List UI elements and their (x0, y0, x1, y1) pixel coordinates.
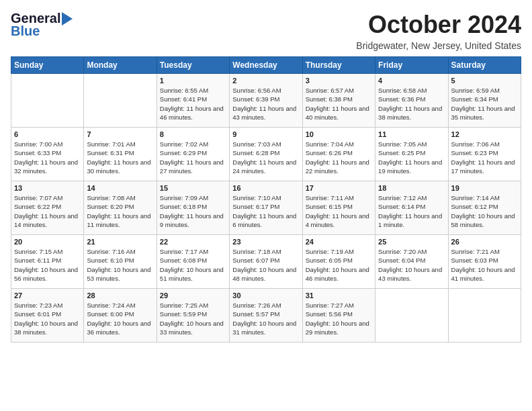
day-number: 1 (160, 77, 226, 85)
day-info: Sunrise: 6:55 AMSunset: 6:41 PMDaylight:… (160, 86, 226, 122)
calendar-cell: 18Sunrise: 7:12 AMSunset: 6:14 PMDayligh… (375, 181, 448, 235)
day-number: 5 (451, 77, 518, 85)
calendar-cell: 14Sunrise: 7:08 AMSunset: 6:20 PMDayligh… (84, 181, 157, 235)
calendar-cell: 5Sunrise: 6:59 AMSunset: 6:34 PMDaylight… (448, 74, 521, 128)
calendar-cell: 16Sunrise: 7:10 AMSunset: 6:17 PMDayligh… (230, 181, 302, 235)
day-info: Sunrise: 7:16 AMSunset: 6:10 PMDaylight:… (87, 247, 153, 283)
day-number: 21 (87, 238, 153, 246)
day-number: 15 (160, 184, 226, 192)
weekday-header: Thursday (302, 57, 375, 74)
calendar-week-row: 13Sunrise: 7:07 AMSunset: 6:22 PMDayligh… (11, 181, 521, 235)
day-number: 20 (14, 238, 81, 246)
day-info: Sunrise: 6:58 AMSunset: 6:36 PMDaylight:… (378, 86, 445, 122)
day-info: Sunrise: 7:06 AMSunset: 6:23 PMDaylight:… (451, 140, 518, 175)
day-info: Sunrise: 7:09 AMSunset: 6:18 PMDaylight:… (160, 193, 226, 229)
day-info: Sunrise: 7:08 AMSunset: 6:20 PMDaylight:… (87, 193, 153, 229)
calendar-week-row: 1Sunrise: 6:55 AMSunset: 6:41 PMDaylight… (11, 74, 521, 128)
day-info: Sunrise: 7:15 AMSunset: 6:11 PMDaylight:… (14, 247, 81, 283)
weekday-header: Monday (84, 57, 157, 74)
calendar-table: SundayMondayTuesdayWednesdayThursdayFrid… (11, 56, 521, 342)
day-number: 27 (14, 291, 81, 300)
day-number: 11 (378, 130, 445, 138)
calendar-cell: 24Sunrise: 7:19 AMSunset: 6:05 PMDayligh… (302, 235, 375, 289)
calendar-cell: 2Sunrise: 6:56 AMSunset: 6:39 PMDaylight… (230, 74, 302, 128)
day-number: 28 (87, 291, 153, 300)
calendar-cell: 31Sunrise: 7:27 AMSunset: 5:56 PMDayligh… (302, 289, 375, 342)
day-number: 10 (306, 130, 372, 138)
day-info: Sunrise: 7:18 AMSunset: 6:07 PMDaylight:… (232, 247, 299, 283)
day-info: Sunrise: 6:59 AMSunset: 6:34 PMDaylight:… (451, 86, 518, 122)
calendar-cell: 23Sunrise: 7:18 AMSunset: 6:07 PMDayligh… (230, 235, 302, 289)
day-number: 29 (160, 291, 226, 300)
day-number: 6 (14, 130, 81, 138)
day-number: 23 (232, 238, 299, 246)
calendar-cell: 21Sunrise: 7:16 AMSunset: 6:10 PMDayligh… (84, 235, 157, 289)
calendar-week-row: 27Sunrise: 7:23 AMSunset: 6:01 PMDayligh… (11, 289, 521, 342)
calendar-cell: 10Sunrise: 7:04 AMSunset: 6:26 PMDayligh… (302, 128, 375, 181)
day-info: Sunrise: 7:23 AMSunset: 6:01 PMDaylight:… (14, 301, 81, 336)
weekday-header: Friday (375, 57, 448, 74)
day-info: Sunrise: 7:27 AMSunset: 5:56 PMDaylight:… (306, 301, 372, 336)
weekday-header: Sunday (11, 57, 84, 74)
day-number: 17 (306, 184, 372, 192)
calendar-cell: 4Sunrise: 6:58 AMSunset: 6:36 PMDaylight… (375, 74, 448, 128)
calendar-cell: 26Sunrise: 7:21 AMSunset: 6:03 PMDayligh… (448, 235, 521, 289)
day-number: 7 (87, 130, 153, 138)
day-number: 26 (451, 238, 518, 246)
day-number: 3 (306, 77, 372, 85)
day-number: 22 (160, 238, 226, 246)
day-info: Sunrise: 7:10 AMSunset: 6:17 PMDaylight:… (232, 193, 299, 229)
weekday-header: Tuesday (157, 57, 229, 74)
day-info: Sunrise: 7:12 AMSunset: 6:14 PMDaylight:… (378, 193, 445, 229)
day-info: Sunrise: 7:05 AMSunset: 6:25 PMDaylight:… (378, 140, 445, 175)
day-number: 24 (306, 238, 372, 246)
calendar-cell: 30Sunrise: 7:26 AMSunset: 5:57 PMDayligh… (230, 289, 302, 342)
calendar-week-row: 20Sunrise: 7:15 AMSunset: 6:11 PMDayligh… (11, 235, 521, 289)
calendar-cell: 19Sunrise: 7:14 AMSunset: 6:12 PMDayligh… (448, 181, 521, 235)
calendar-cell: 7Sunrise: 7:01 AMSunset: 6:31 PMDaylight… (84, 128, 157, 181)
day-info: Sunrise: 7:03 AMSunset: 6:28 PMDaylight:… (232, 140, 299, 175)
day-info: Sunrise: 7:11 AMSunset: 6:15 PMDaylight:… (306, 193, 372, 229)
day-info: Sunrise: 7:26 AMSunset: 5:57 PMDaylight:… (232, 301, 299, 336)
day-number: 12 (451, 130, 518, 138)
day-info: Sunrise: 7:21 AMSunset: 6:03 PMDaylight:… (451, 247, 518, 283)
day-info: Sunrise: 7:04 AMSunset: 6:26 PMDaylight:… (306, 140, 372, 175)
day-info: Sunrise: 7:07 AMSunset: 6:22 PMDaylight:… (14, 193, 81, 229)
calendar-cell (11, 74, 84, 128)
calendar-cell: 17Sunrise: 7:11 AMSunset: 6:15 PMDayligh… (302, 181, 375, 235)
title-area: October 2024 Bridgewater, New Jersey, Un… (356, 11, 521, 51)
day-info: Sunrise: 7:25 AMSunset: 5:59 PMDaylight:… (160, 301, 226, 336)
calendar-cell: 28Sunrise: 7:24 AMSunset: 6:00 PMDayligh… (84, 289, 157, 342)
calendar-cell (448, 289, 521, 342)
day-number: 25 (378, 238, 445, 246)
day-info: Sunrise: 7:00 AMSunset: 6:33 PMDaylight:… (14, 140, 81, 175)
day-info: Sunrise: 7:14 AMSunset: 6:12 PMDaylight:… (451, 193, 518, 229)
calendar-cell: 12Sunrise: 7:06 AMSunset: 6:23 PMDayligh… (448, 128, 521, 181)
calendar-cell: 29Sunrise: 7:25 AMSunset: 5:59 PMDayligh… (157, 289, 229, 342)
day-number: 16 (232, 184, 299, 192)
calendar-cell: 25Sunrise: 7:20 AMSunset: 6:04 PMDayligh… (375, 235, 448, 289)
calendar-cell (84, 74, 157, 128)
weekday-header: Saturday (448, 57, 521, 74)
day-info: Sunrise: 7:02 AMSunset: 6:29 PMDaylight:… (160, 140, 226, 175)
logo: General Blue (11, 11, 73, 39)
day-info: Sunrise: 6:57 AMSunset: 6:38 PMDaylight:… (306, 86, 372, 122)
calendar-cell: 8Sunrise: 7:02 AMSunset: 6:29 PMDaylight… (157, 128, 229, 181)
logo-arrow-icon (62, 12, 73, 26)
location-title: Bridgewater, New Jersey, United States (356, 40, 521, 51)
calendar-cell: 9Sunrise: 7:03 AMSunset: 6:28 PMDaylight… (230, 128, 302, 181)
logo-blue: Blue (11, 24, 40, 39)
day-info: Sunrise: 7:17 AMSunset: 6:08 PMDaylight:… (160, 247, 226, 283)
day-number: 13 (14, 184, 81, 192)
day-number: 19 (451, 184, 518, 192)
calendar-cell: 22Sunrise: 7:17 AMSunset: 6:08 PMDayligh… (157, 235, 229, 289)
calendar-cell: 27Sunrise: 7:23 AMSunset: 6:01 PMDayligh… (11, 289, 84, 342)
day-info: Sunrise: 6:56 AMSunset: 6:39 PMDaylight:… (232, 86, 299, 122)
weekday-header-row: SundayMondayTuesdayWednesdayThursdayFrid… (11, 57, 521, 74)
day-number: 4 (378, 77, 445, 85)
day-info: Sunrise: 7:19 AMSunset: 6:05 PMDaylight:… (306, 247, 372, 283)
calendar-cell: 20Sunrise: 7:15 AMSunset: 6:11 PMDayligh… (11, 235, 84, 289)
day-number: 18 (378, 184, 445, 192)
day-info: Sunrise: 7:01 AMSunset: 6:31 PMDaylight:… (87, 140, 153, 175)
calendar-week-row: 6Sunrise: 7:00 AMSunset: 6:33 PMDaylight… (11, 128, 521, 181)
